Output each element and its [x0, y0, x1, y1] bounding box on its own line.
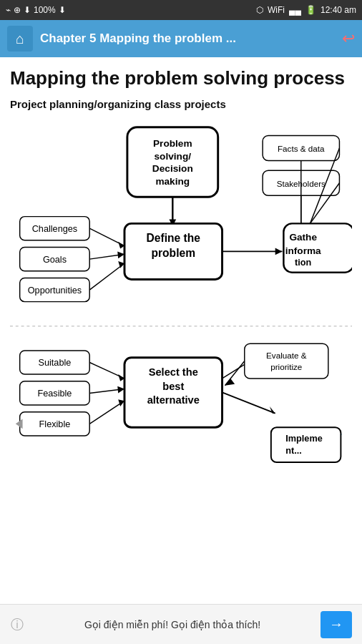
svg-text:Facts & data: Facts & data	[278, 144, 325, 153]
svg-line-29	[89, 263, 124, 290]
svg-text:solving/: solving/	[155, 151, 192, 162]
download2-icon: ⬇	[59, 5, 66, 15]
svg-text:problem: problem	[152, 247, 196, 259]
svg-text:Opportunities: Opportunities	[28, 286, 82, 296]
svg-text:nt...: nt...	[285, 446, 302, 456]
svg-text:Challenges: Challenges	[32, 224, 77, 234]
svg-text:best: best	[162, 381, 184, 392]
usb-icon: ⌁	[6, 5, 11, 15]
svg-text:Define the: Define the	[147, 232, 201, 244]
svg-text:Gathe: Gathe	[289, 232, 317, 243]
status-left: ⌁ ⊕ ⬇ 100% ⬇	[6, 5, 66, 15]
svg-line-57	[225, 361, 244, 386]
svg-marker-43	[16, 419, 23, 429]
svg-text:Flexible: Flexible	[39, 419, 71, 429]
banner-cta-button[interactable]: →	[321, 611, 352, 638]
status-right: ⬡ WiFi ▄▄ 🔋 12:40 am	[256, 5, 356, 15]
svg-text:Goals: Goals	[43, 255, 67, 265]
battery-percent: 100%	[34, 5, 56, 15]
banner-text: Gọi điện miễn phí! Gọi điện thỏa thích!	[24, 619, 321, 630]
svg-line-59	[222, 393, 275, 414]
svg-text:informa: informa	[285, 245, 321, 256]
header-title: Chapter 5 Mapping the problem ...	[33, 31, 342, 46]
svg-marker-35	[275, 248, 283, 255]
flowchart-diagram: Problem solving/ Decision making Facts &…	[10, 120, 352, 556]
svg-rect-54	[245, 343, 328, 379]
status-bar: ⌁ ⊕ ⬇ 100% ⬇ ⬡ WiFi ▄▄ 🔋 12:40 am	[0, 0, 362, 20]
android-icon: ⊕	[14, 5, 21, 15]
svg-text:Evaluate &: Evaluate &	[266, 351, 307, 360]
svg-text:prioritize: prioritize	[270, 362, 302, 371]
svg-line-65	[222, 365, 245, 379]
info-icon: ⓘ	[10, 618, 24, 632]
clock: 12:40 am	[321, 5, 356, 15]
svg-line-48	[89, 401, 124, 424]
svg-text:Impleme: Impleme	[285, 434, 322, 444]
svg-rect-62	[271, 427, 341, 462]
page-subtitle: Project planning/organizing class projec…	[10, 98, 352, 110]
arrow-right-icon: →	[329, 616, 343, 633]
svg-text:Problem: Problem	[153, 138, 192, 149]
svg-text:making: making	[155, 176, 190, 187]
signal-icon: ▄▄	[289, 5, 301, 15]
content-area: Mapping the problem solving process Proj…	[0, 57, 362, 604]
svg-text:Suitable: Suitable	[39, 358, 72, 369]
svg-text:Select the: Select the	[149, 366, 198, 378]
svg-text:Feasible: Feasible	[37, 389, 72, 399]
settings-icon: ⬡	[256, 5, 263, 15]
flowchart-svg: Problem solving/ Decision making Facts &…	[10, 120, 352, 553]
battery-icon: 🔋	[305, 5, 316, 15]
back-button[interactable]: ↩	[342, 29, 355, 48]
svg-marker-58	[225, 379, 235, 386]
page-title: Mapping the problem solving process	[10, 67, 352, 89]
home-icon: ⌂	[16, 31, 24, 47]
header: ⌂ Chapter 5 Mapping the problem ... ↩	[0, 20, 362, 57]
svg-text:tion: tion	[295, 258, 311, 268]
svg-text:Decision: Decision	[152, 163, 193, 174]
home-button[interactable]: ⌂	[7, 26, 33, 52]
bottom-banner: ⓘ Gọi điện miễn phí! Gọi điện thỏa thích…	[0, 604, 362, 644]
download-icon: ⬇	[24, 5, 31, 15]
svg-text:alternative: alternative	[147, 394, 200, 406]
wifi-icon: WiFi	[268, 5, 285, 15]
